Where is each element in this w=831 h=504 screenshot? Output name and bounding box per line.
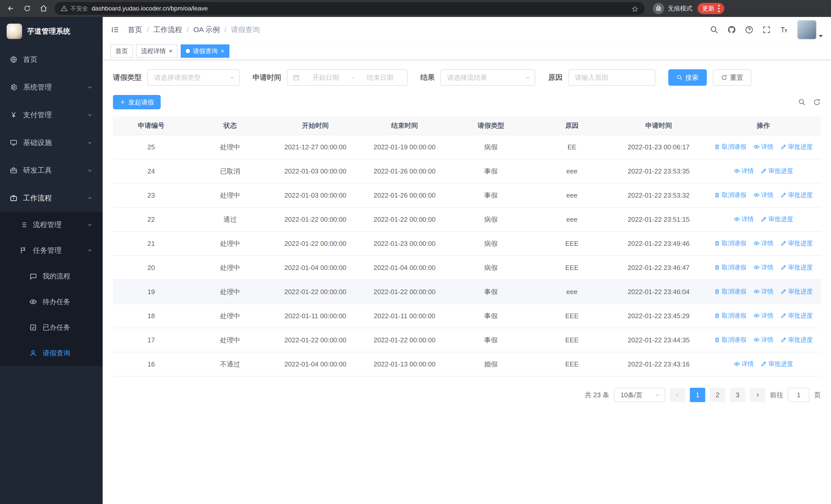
create-leave-button[interactable]: 发起请假	[113, 95, 161, 109]
breadcrumb-home[interactable]: 首页	[128, 25, 142, 35]
detail-link[interactable]: 详情	[753, 191, 774, 199]
sidebar-item-infrastructure[interactable]: 基础设施	[0, 129, 103, 156]
tab-home[interactable]: 首页	[110, 45, 133, 58]
home-icon[interactable]	[38, 3, 49, 14]
approval-progress-link[interactable]: 审批进度	[780, 143, 813, 151]
cancel-leave-link[interactable]: 取消请假	[714, 239, 746, 247]
security-warning[interactable]: 不安全	[61, 5, 88, 12]
font-size-icon[interactable]	[780, 25, 789, 34]
approval-progress-link[interactable]: 审批进度	[780, 263, 813, 271]
approval-progress-link[interactable]: 审批进度	[780, 336, 813, 344]
table-toolbar: 发起请假	[113, 95, 821, 109]
sidebar-item-my-process[interactable]: 我的流程	[0, 263, 103, 289]
start-date-placeholder[interactable]: 开始日期	[304, 73, 348, 82]
sidebar-item-payment[interactable]: 支付管理	[0, 101, 103, 129]
sidebar-item-leave-query[interactable]: 请假查询	[0, 340, 103, 366]
tab-process-detail[interactable]: 流程详情 ×	[136, 45, 178, 58]
edit-icon	[761, 216, 767, 222]
flag-icon	[20, 247, 27, 254]
chevron-down-icon	[229, 75, 235, 81]
detail-link[interactable]: 详情	[753, 239, 774, 247]
fullscreen-icon[interactable]	[762, 25, 771, 34]
approval-progress-link[interactable]: 审批进度	[761, 215, 793, 223]
end-date-placeholder[interactable]: 结束日期	[358, 73, 402, 82]
total-count: 共 23 条	[585, 391, 609, 399]
close-icon[interactable]: ×	[169, 48, 172, 54]
sidebar-item-devtools[interactable]: 研发工具	[0, 156, 103, 184]
hamburger-icon[interactable]	[111, 25, 120, 34]
cancel-leave-link[interactable]: 取消请假	[714, 143, 746, 151]
goto-suffix: 页	[814, 391, 821, 399]
page-button-1[interactable]: 1	[690, 388, 705, 402]
cancel-leave-link[interactable]: 取消请假	[714, 263, 746, 271]
page-button-2[interactable]: 2	[710, 388, 725, 402]
browser-update-button[interactable]: 更新	[697, 3, 724, 14]
sidebar-item-done-tasks[interactable]: 已办任务	[0, 315, 103, 340]
sidebar-item-process-mgmt[interactable]: 流程管理	[0, 212, 103, 238]
detail-link[interactable]: 详情	[753, 312, 774, 320]
leave-type-select[interactable]	[147, 69, 240, 86]
close-icon[interactable]: ×	[221, 48, 224, 54]
menu-dots-icon[interactable]	[718, 5, 720, 12]
sidebar-item-system[interactable]: 系统管理	[0, 73, 103, 101]
cancel-leave-link[interactable]: 取消请假	[714, 312, 746, 320]
search-icon[interactable]	[710, 25, 719, 34]
detail-link[interactable]: 详情	[734, 360, 754, 368]
eye-icon	[753, 192, 760, 198]
plus-icon	[120, 99, 126, 105]
approval-progress-link[interactable]: 审批进度	[780, 191, 813, 199]
back-icon[interactable]	[5, 3, 17, 14]
chevron-up-icon	[87, 247, 93, 254]
detail-link[interactable]: 详情	[753, 288, 774, 296]
detail-link[interactable]: 详情	[753, 143, 774, 151]
bookmark-star-icon[interactable]	[631, 4, 638, 12]
prev-page-button[interactable]	[670, 388, 685, 402]
detail-link[interactable]: 详情	[753, 263, 774, 271]
cancel-leave-link[interactable]: 取消请假	[714, 288, 746, 296]
approval-progress-link[interactable]: 审批进度	[780, 239, 813, 247]
url-text[interactable]: dashboard.yudao.iocoder.cn/bpm/oa/leave	[92, 5, 208, 12]
apply-time-range-picker[interactable]: 开始日期 - 结束日期	[287, 69, 407, 86]
search-button[interactable]: 搜索	[668, 69, 707, 86]
table-row: 23 处理中 2022-01-03 00:00:00 2022-01-26 00…	[113, 183, 821, 207]
refresh-icon[interactable]	[22, 3, 33, 14]
gear-icon	[10, 83, 18, 91]
approval-progress-link[interactable]: 审批进度	[761, 167, 793, 175]
detail-link[interactable]: 详情	[734, 215, 754, 223]
approval-progress-link[interactable]: 审批进度	[761, 360, 793, 368]
check-square-icon	[29, 324, 37, 331]
cancel-leave-link[interactable]: 取消请假	[714, 336, 746, 344]
sidebar-logo[interactable]: 芋道管理系统	[0, 17, 103, 46]
next-page-button[interactable]	[750, 388, 765, 402]
sidebar-item-home[interactable]: 首页	[0, 46, 103, 73]
goto-page-input[interactable]	[788, 388, 809, 402]
github-icon[interactable]	[727, 25, 736, 34]
result-input[interactable]	[440, 69, 535, 86]
dashboard-icon	[10, 56, 18, 63]
breadcrumb-oa-example[interactable]: OA 示例	[194, 25, 220, 35]
leave-type-input[interactable]	[147, 69, 240, 86]
page-size-select[interactable]	[614, 388, 665, 402]
page-button-3[interactable]: 3	[730, 388, 745, 402]
url-bar[interactable]: 不安全 dashboard.yudao.iocoder.cn/bpm/oa/le…	[54, 2, 645, 15]
filter-form: 请假类型 申请时间 开始日期 - 结束日期	[113, 69, 821, 86]
approval-progress-link[interactable]: 审批进度	[780, 312, 813, 320]
breadcrumb-workflow[interactable]: 工作流程	[153, 25, 182, 35]
sidebar-item-task-mgmt[interactable]: 任务管理	[0, 238, 103, 263]
refresh-table-icon[interactable]	[813, 98, 821, 106]
avatar[interactable]	[797, 20, 816, 39]
sidebar-item-workflow[interactable]: 工作流程	[0, 184, 103, 212]
user-menu[interactable]	[797, 20, 823, 39]
help-icon[interactable]	[745, 25, 753, 34]
tab-leave-query[interactable]: 请假查询 ×	[181, 45, 229, 58]
result-select[interactable]	[440, 69, 535, 86]
toggle-search-icon[interactable]	[798, 98, 806, 106]
detail-link[interactable]: 详情	[734, 167, 754, 175]
cancel-leave-link[interactable]: 取消请假	[714, 191, 746, 199]
sidebar-item-todo-tasks[interactable]: 待办任务	[0, 289, 103, 315]
reason-input[interactable]	[568, 69, 656, 86]
detail-link[interactable]: 详情	[753, 336, 774, 344]
approval-progress-link[interactable]: 审批进度	[780, 288, 813, 296]
reset-button[interactable]: 重置	[713, 69, 751, 86]
goto-label: 前往	[770, 391, 783, 399]
